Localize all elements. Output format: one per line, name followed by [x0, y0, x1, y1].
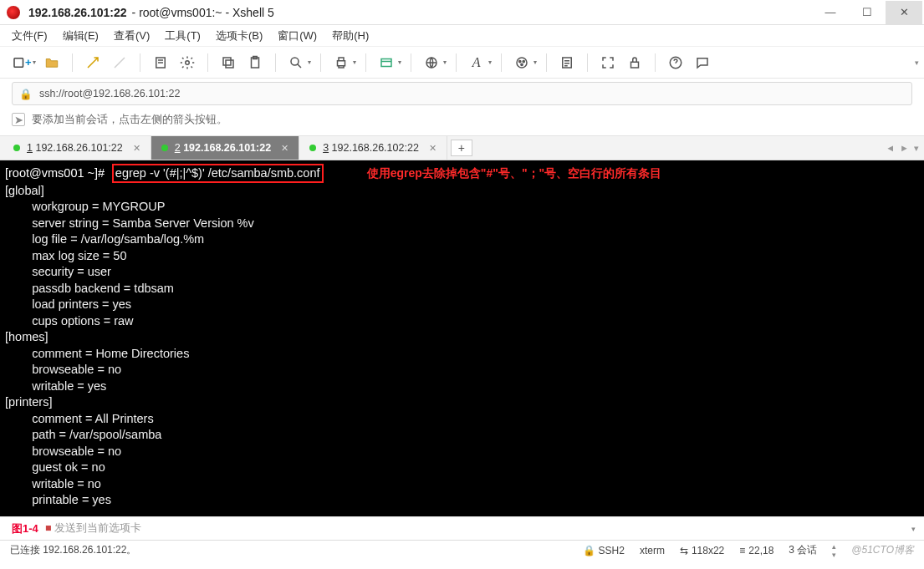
terminal-output: [global] workgroup = MYGROUP server stri…: [5, 184, 254, 507]
help-button[interactable]: [665, 52, 687, 74]
status-dot-icon: [161, 145, 168, 151]
status-cursor: ≡ 22,18: [739, 545, 773, 556]
lock-button[interactable]: [624, 52, 646, 74]
status-dot-icon: [309, 145, 316, 151]
watermark: @51CTO博客: [851, 543, 914, 557]
svg-point-14: [520, 64, 522, 65]
menu-file[interactable]: 文件(F): [12, 28, 48, 43]
svg-point-13: [523, 60, 524, 62]
tab-close-icon[interactable]: ✕: [281, 143, 288, 154]
tab-session-3[interactable]: 3 192.168.26.102:22 ✕: [299, 136, 447, 160]
title-bar: 192.168.26.101:22 - root@vms001:~ - Xshe…: [0, 0, 924, 25]
window-subtitle: - root@vms001:~ - Xshell 5: [132, 6, 274, 19]
fullscreen-button[interactable]: [597, 52, 619, 74]
status-sessions: 3 会话: [789, 543, 817, 557]
status-connected: 已连接 192.168.26.101:22。: [10, 543, 136, 557]
tab-session-2[interactable]: 2 192.168.26.101:22 ✕: [151, 136, 299, 160]
add-session-arrow-icon[interactable]: ➤: [12, 113, 25, 126]
toolbar: +▾ ▾ ▾ ▾ ▾ A▾ ▾ ▾: [0, 47, 924, 79]
status-dot-icon: [13, 145, 20, 151]
svg-rect-0: [14, 58, 23, 67]
window-title: 192.168.26.101:22: [28, 6, 127, 19]
status-termtype: xterm: [640, 545, 665, 556]
xftp-button[interactable]: ▾: [375, 52, 401, 74]
svg-point-12: [518, 60, 520, 62]
tab-scroll-right-icon[interactable]: ►: [900, 143, 909, 153]
paste-button[interactable]: [244, 52, 266, 74]
web-button[interactable]: ▾: [421, 52, 447, 74]
lock-icon: 🔒: [19, 88, 33, 100]
print-button[interactable]: ▾: [330, 52, 356, 74]
tab-scroll-left-icon[interactable]: ◄: [886, 143, 895, 153]
menu-tabs[interactable]: 选项卡(B): [216, 28, 263, 43]
svg-rect-3: [226, 60, 233, 68]
svg-rect-4: [223, 58, 231, 65]
menu-edit[interactable]: 编辑(E): [63, 28, 99, 43]
disconnect-button[interactable]: [109, 52, 130, 74]
shell-prompt: [root@vms001 ~]#: [5, 166, 105, 180]
toolbar-overflow-icon[interactable]: ▾: [915, 58, 919, 67]
status-protocol: 🔒 SSH2: [583, 545, 625, 556]
sendbar-overflow-icon[interactable]: ▾: [911, 525, 916, 533]
menu-bar: 文件(F) 编辑(E) 查看(V) 工具(T) 选项卡(B) 窗口(W) 帮助(…: [0, 25, 924, 47]
copy-button[interactable]: [217, 52, 239, 74]
command-highlight: egrep -v '(#|;|^$)' /etc/samba/smb.conf: [112, 164, 324, 183]
status-size: ⇆ 118x22: [680, 545, 724, 556]
app-icon: [7, 6, 20, 19]
tab-strip: 1 192.168.26.101:22 ✕ 2 192.168.26.101:2…: [0, 135, 924, 160]
find-button[interactable]: ▾: [285, 52, 311, 74]
hint-text: 要添加当前会话，点击左侧的箭头按钮。: [32, 113, 227, 127]
menu-tools[interactable]: 工具(T): [165, 28, 201, 43]
send-bar[interactable]: 图1-4 ■ 发送到当前选项卡 ▾: [0, 516, 924, 540]
hint-bar: ➤ 要添加当前会话，点击左侧的箭头按钮。: [12, 109, 912, 130]
reconnect-button[interactable]: [82, 52, 104, 74]
minimize-button[interactable]: —: [812, 1, 849, 24]
annotation-text: 使用egrep去除掉包含"#"号、"；"号、空白行的所有条目: [367, 166, 661, 180]
send-placeholder: ■ 发送到当前选项卡: [45, 521, 141, 536]
close-button[interactable]: ✕: [886, 1, 922, 24]
log-button[interactable]: [556, 52, 578, 74]
color-button[interactable]: ▾: [511, 52, 537, 74]
status-sessions-caret[interactable]: ▴▾: [832, 542, 836, 559]
font-button[interactable]: A▾: [466, 52, 492, 74]
maximize-button[interactable]: ☐: [849, 1, 886, 24]
figure-label: 图1-4: [12, 521, 38, 536]
svg-rect-8: [337, 60, 345, 65]
new-tab-button[interactable]: +: [451, 140, 472, 156]
tab-close-icon[interactable]: ✕: [133, 143, 140, 154]
properties-button[interactable]: [150, 52, 171, 74]
menu-window[interactable]: 窗口(W): [278, 28, 317, 43]
terminal[interactable]: [root@vms001 ~]# egrep -v '(#|;|^$)' /et…: [0, 160, 924, 516]
svg-point-11: [517, 58, 527, 68]
svg-rect-9: [381, 58, 391, 66]
address-bar[interactable]: 🔒 ssh://root@192.168.26.101:22: [12, 82, 912, 105]
new-session-button[interactable]: +▾: [8, 52, 36, 74]
svg-rect-16: [630, 62, 638, 68]
tab-session-1[interactable]: 1 192.168.26.101:22 ✕: [3, 136, 151, 160]
open-button[interactable]: [41, 52, 63, 74]
svg-point-2: [185, 60, 189, 64]
address-text: ssh://root@192.168.26.101:22: [39, 88, 180, 99]
tab-list-icon[interactable]: ▾: [914, 143, 919, 154]
status-bar: 已连接 192.168.26.101:22。 🔒 SSH2 xterm ⇆ 11…: [0, 540, 924, 560]
menu-help[interactable]: 帮助(H): [332, 28, 369, 43]
menu-view[interactable]: 查看(V): [114, 28, 150, 43]
settings-button[interactable]: [176, 52, 198, 74]
tab-close-icon[interactable]: ✕: [429, 143, 436, 154]
feedback-button[interactable]: [692, 52, 713, 74]
